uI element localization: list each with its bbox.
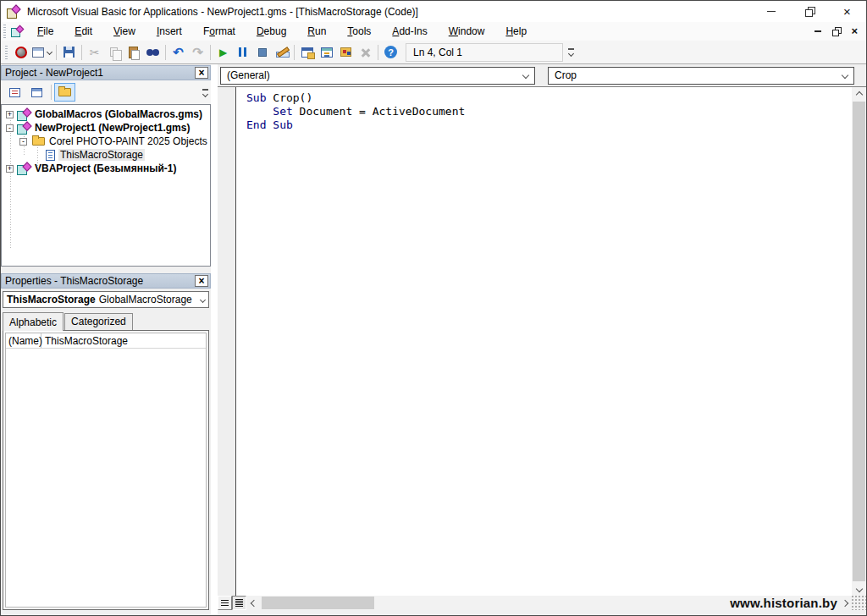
chevron-down-icon bbox=[200, 296, 206, 302]
object-browser-button[interactable] bbox=[336, 42, 356, 63]
break-button[interactable] bbox=[233, 42, 252, 63]
object-selector-dropdown[interactable]: ThisMacroStorage GlobalMacroStorage bbox=[3, 291, 209, 308]
toggle-folders-button[interactable] bbox=[54, 83, 75, 102]
properties-window-button[interactable] bbox=[317, 42, 336, 63]
selected-object-name: ThisMacroStorage bbox=[7, 294, 96, 305]
tab-alphabetic[interactable]: Alphabetic bbox=[3, 312, 64, 331]
vertical-scrollbar[interactable] bbox=[852, 87, 866, 596]
menu-view[interactable]: View bbox=[105, 23, 144, 40]
project-explorer-icon bbox=[301, 47, 313, 58]
menu-edit[interactable]: Edit bbox=[66, 23, 101, 40]
expand-toggle[interactable]: - bbox=[19, 138, 27, 146]
expand-toggle[interactable]: - bbox=[6, 124, 14, 132]
mdi-close-icon[interactable]: × bbox=[851, 27, 858, 36]
paste-button[interactable] bbox=[124, 42, 143, 63]
view-code-button[interactable] bbox=[4, 83, 25, 102]
close-button[interactable]: × bbox=[828, 1, 866, 22]
project-panel-header[interactable]: Project - NewProject1 × bbox=[1, 65, 211, 80]
mdi-restore-icon[interactable] bbox=[833, 29, 839, 35]
project-explorer-panel: Project - NewProject1 × + GlobalMacros (… bbox=[1, 65, 211, 267]
view-corel-photo-paint-button[interactable] bbox=[11, 42, 30, 63]
toolbar-grip[interactable] bbox=[5, 46, 8, 59]
toolbox-icon bbox=[361, 47, 371, 58]
code-editor[interactable]: Sub Crop() Set Document = ActiveDocument… bbox=[218, 87, 866, 610]
tree-item-thismacrostorage[interactable]: ThisMacroStorage bbox=[2, 148, 210, 162]
separator bbox=[294, 45, 295, 60]
code-margin-indicator-bar[interactable] bbox=[218, 87, 236, 596]
resize-grip[interactable] bbox=[852, 596, 866, 610]
menu-file[interactable]: File bbox=[29, 23, 62, 40]
tree-item-globalmacros[interactable]: + GlobalMacros (GlobalMacros.gms) bbox=[2, 107, 210, 121]
close-icon: × bbox=[198, 277, 204, 285]
menu-help[interactable]: Help bbox=[497, 23, 535, 40]
cursor-position-status: Ln 4, Col 1 bbox=[406, 43, 563, 62]
expand-toggle[interactable]: + bbox=[6, 111, 14, 118]
tab-categorized[interactable]: Categorized bbox=[64, 313, 133, 330]
tree-item-newproject1[interactable]: - NewProject1 (NewProject1.gms) bbox=[2, 121, 210, 135]
project-toolbar-options-button[interactable] bbox=[199, 82, 211, 102]
menu-addins[interactable]: Add-Ins bbox=[384, 23, 435, 40]
properties-panel-close-button[interactable]: × bbox=[195, 275, 208, 287]
vba-project-icon bbox=[17, 109, 30, 120]
copy-button[interactable] bbox=[104, 42, 124, 63]
left-dock: Project - NewProject1 × + GlobalMacros (… bbox=[1, 64, 211, 615]
minimize-button[interactable] bbox=[752, 1, 790, 22]
properties-panel-header[interactable]: Properties - ThisMacroStorage × bbox=[1, 273, 211, 289]
property-value-cell[interactable]: ThisMacroStorage bbox=[41, 333, 206, 348]
menu-insert[interactable]: Insert bbox=[148, 23, 191, 40]
reset-button[interactable] bbox=[252, 42, 272, 63]
toolbar-options-button[interactable] bbox=[565, 42, 577, 63]
view-object-button[interactable] bbox=[26, 83, 47, 102]
project-panel-close-button[interactable]: × bbox=[195, 67, 208, 79]
expand-toggle[interactable]: + bbox=[6, 165, 14, 173]
menu-run[interactable]: Run bbox=[299, 23, 334, 40]
scroll-up-button[interactable] bbox=[852, 87, 866, 102]
horizontal-scroll-thumb[interactable] bbox=[262, 597, 374, 609]
find-button[interactable] bbox=[143, 42, 163, 63]
tree-item-corel-objects-folder[interactable]: - Corel PHOTO-PAINT 2025 Objects bbox=[2, 135, 210, 148]
design-mode-icon bbox=[276, 47, 288, 58]
redo-button[interactable]: ↷ bbox=[188, 42, 207, 63]
chevron-down-icon bbox=[855, 585, 862, 591]
undo-button[interactable]: ↶ bbox=[168, 42, 188, 63]
menu-tools[interactable]: Tools bbox=[339, 23, 379, 40]
full-module-view-button[interactable] bbox=[232, 596, 246, 610]
restore-button[interactable] bbox=[790, 1, 828, 22]
menu-format[interactable]: Format bbox=[195, 23, 244, 40]
mdi-child-icon[interactable] bbox=[11, 26, 24, 37]
run-button[interactable]: ▶ bbox=[213, 42, 233, 63]
chevron-down-icon bbox=[202, 91, 207, 96]
save-button[interactable] bbox=[59, 42, 79, 63]
menubar-grip[interactable] bbox=[3, 25, 6, 38]
tree-item-vbaproject[interactable]: + VBAProject (Безымянный-1) bbox=[2, 162, 210, 175]
code-text[interactable]: Sub Crop() Set Document = ActiveDocument… bbox=[246, 91, 465, 132]
title-bar[interactable]: Microsoft Visual Basic for Applications … bbox=[1, 1, 866, 22]
redo-icon: ↷ bbox=[192, 46, 203, 58]
help-button[interactable]: ? bbox=[381, 42, 400, 63]
procedure-view-button[interactable] bbox=[218, 596, 232, 610]
code-line: Set Document = ActiveDocument bbox=[246, 105, 465, 118]
separator bbox=[51, 85, 52, 100]
scroll-left-button[interactable] bbox=[246, 596, 261, 610]
mdi-minimize-icon[interactable] bbox=[815, 30, 821, 32]
vertical-scroll-thumb[interactable] bbox=[853, 102, 865, 581]
menu-debug[interactable]: Debug bbox=[248, 23, 295, 40]
scroll-right-button[interactable] bbox=[837, 596, 852, 610]
project-explorer-button[interactable] bbox=[297, 42, 317, 63]
minimize-icon bbox=[767, 11, 776, 12]
tree-item-label: ThisMacroStorage bbox=[58, 149, 145, 161]
property-row-name[interactable]: (Name) ThisMacroStorage bbox=[6, 333, 206, 349]
cut-button[interactable]: ✂ bbox=[85, 42, 104, 63]
project-panel-title: Project - NewProject1 bbox=[5, 67, 103, 79]
horizontal-scrollbar[interactable]: www.historian.by bbox=[218, 596, 852, 610]
design-mode-button[interactable] bbox=[272, 42, 291, 63]
scroll-down-button[interactable] bbox=[852, 581, 866, 596]
insert-userform-button[interactable] bbox=[30, 42, 53, 63]
object-dropdown[interactable]: (General) bbox=[220, 67, 535, 85]
project-tree[interactable]: + GlobalMacros (GlobalMacros.gms) - NewP… bbox=[1, 104, 211, 267]
toolbox-button[interactable] bbox=[356, 42, 375, 63]
procedure-dropdown[interactable]: Crop bbox=[548, 67, 854, 85]
close-icon: × bbox=[198, 69, 204, 77]
vba-project-icon bbox=[17, 123, 30, 134]
menu-window[interactable]: Window bbox=[440, 23, 494, 40]
